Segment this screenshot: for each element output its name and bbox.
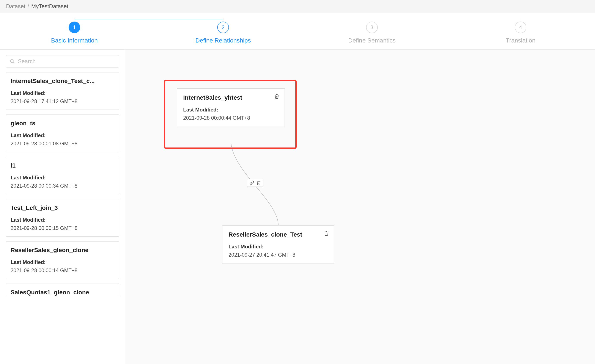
last-modified-label: Last Modified: bbox=[228, 244, 328, 250]
last-modified-label: Last Modified: bbox=[11, 175, 114, 181]
sidebar-item[interactable]: InternetSales_clone_Test_c... Last Modif… bbox=[6, 72, 119, 110]
sidebar-item-title: SalesQuotas1_gleon_clone bbox=[11, 289, 114, 296]
step-label-4: Translation bbox=[506, 37, 535, 44]
sidebar-item[interactable]: Test_Left_join_3 Last Modified: 2021-09-… bbox=[6, 199, 119, 237]
last-modified-value: 2021-09-28 00:01:08 GMT+8 bbox=[11, 140, 114, 147]
dataset-node-resellersales[interactable]: ResellerSales_clone_Test Last Modified: … bbox=[222, 225, 334, 264]
sidebar: InternetSales_clone_Test_c... Last Modif… bbox=[0, 49, 125, 364]
last-modified-label: Last Modified: bbox=[11, 259, 114, 265]
last-modified-value: 2021-09-28 00:00:44 GMT+8 bbox=[183, 115, 278, 121]
breadcrumb-separator: / bbox=[28, 3, 29, 10]
last-modified-value: 2021-09-28 17:41:12 GMT+8 bbox=[11, 98, 114, 104]
sidebar-item[interactable]: ResellerSales_gleon_clone Last Modified:… bbox=[6, 241, 119, 279]
breadcrumb-root[interactable]: Dataset bbox=[6, 3, 25, 10]
last-modified-value: 2021-09-27 20:41:47 GMT+8 bbox=[228, 252, 328, 258]
link-icon[interactable] bbox=[249, 181, 254, 185]
edge-toolbar[interactable] bbox=[247, 179, 263, 187]
step-translation[interactable]: 4 Translation bbox=[446, 21, 595, 44]
step-define-semantics[interactable]: 3 Define Semantics bbox=[298, 21, 446, 44]
main-content: InternetSales_clone_Test_c... Last Modif… bbox=[0, 49, 595, 364]
sidebar-item-title: ResellerSales_gleon_clone bbox=[11, 247, 114, 254]
node-title: ResellerSales_clone_Test bbox=[228, 231, 328, 238]
step-connector-3-4 bbox=[372, 19, 521, 19]
step-number-1: 1 bbox=[69, 21, 80, 33]
step-connector-1-2 bbox=[74, 19, 223, 19]
sidebar-item[interactable]: gleon_ts Last Modified: 2021-09-28 00:01… bbox=[6, 114, 119, 152]
last-modified-label: Last Modified: bbox=[11, 217, 114, 223]
step-number-4: 4 bbox=[515, 21, 526, 33]
search-input[interactable] bbox=[18, 58, 115, 65]
relationship-canvas[interactable]: InternetSales_yhtest Last Modified: 2021… bbox=[125, 49, 595, 364]
step-number-3: 3 bbox=[366, 21, 378, 33]
breadcrumb: Dataset / MyTestDataset bbox=[0, 0, 595, 13]
last-modified-value: 2021-09-28 00:00:34 GMT+8 bbox=[11, 183, 114, 189]
step-connector-2-3 bbox=[223, 19, 372, 19]
last-modified-label: Last Modified: bbox=[183, 107, 278, 113]
search-icon bbox=[10, 59, 15, 64]
svg-point-0 bbox=[10, 60, 13, 63]
relationship-edge bbox=[125, 49, 595, 287]
step-define-relationships[interactable]: 2 Define Relationships bbox=[149, 21, 298, 44]
trash-icon[interactable] bbox=[274, 94, 279, 99]
step-label-3: Define Semantics bbox=[348, 37, 396, 44]
sidebar-item[interactable]: SalesQuotas1_gleon_clone bbox=[6, 284, 119, 296]
step-label-1: Basic Information bbox=[51, 37, 98, 44]
sidebar-item-title: Test_Left_join_3 bbox=[11, 204, 114, 211]
sidebar-item-title: InternetSales_clone_Test_c... bbox=[11, 78, 114, 84]
step-number-2: 2 bbox=[217, 21, 229, 33]
node-title: InternetSales_yhtest bbox=[183, 94, 278, 101]
breadcrumb-current: MyTestDataset bbox=[31, 3, 68, 10]
step-label-2: Define Relationships bbox=[195, 37, 251, 44]
search-box[interactable] bbox=[6, 55, 119, 68]
step-basic-information[interactable]: 1 Basic Information bbox=[0, 21, 149, 44]
trash-icon[interactable] bbox=[256, 181, 261, 185]
svg-line-1 bbox=[13, 62, 14, 63]
sidebar-item[interactable]: l1 Last Modified: 2021-09-28 00:00:34 GM… bbox=[6, 157, 119, 194]
last-modified-label: Last Modified: bbox=[11, 133, 114, 139]
dataset-node-internetsales[interactable]: InternetSales_yhtest Last Modified: 2021… bbox=[177, 88, 285, 127]
last-modified-value: 2021-09-28 00:00:14 GMT+8 bbox=[11, 267, 114, 273]
sidebar-item-title: gleon_ts bbox=[11, 120, 114, 127]
trash-icon[interactable] bbox=[324, 231, 329, 236]
last-modified-label: Last Modified: bbox=[11, 90, 114, 96]
wizard-stepper: 1 Basic Information 2 Define Relationshi… bbox=[0, 13, 595, 49]
last-modified-value: 2021-09-28 00:00:15 GMT+8 bbox=[11, 225, 114, 231]
sidebar-item-title: l1 bbox=[11, 162, 114, 169]
